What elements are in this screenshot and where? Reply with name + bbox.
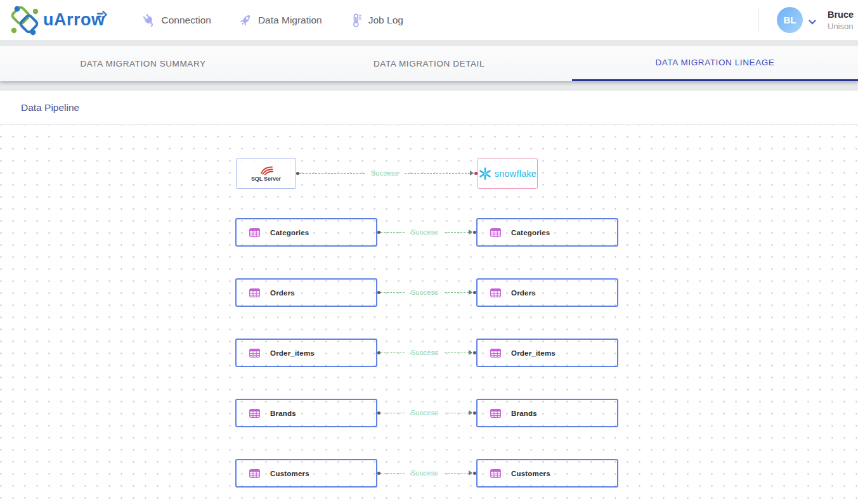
nav-item-job-log[interactable]: Job Log xyxy=(350,13,403,27)
edge-order-items: Success xyxy=(377,348,476,357)
header-divider xyxy=(758,8,759,32)
nav-label: Connection xyxy=(162,15,211,26)
table-node-source-order-items[interactable]: Order_items xyxy=(235,339,377,367)
nav-item-data-migration[interactable]: Data Migration xyxy=(239,13,322,27)
table-icon xyxy=(490,288,501,297)
edge-orders: Success xyxy=(377,288,476,297)
target-system-label: snowflake xyxy=(495,169,536,179)
edge-status-label: Success xyxy=(411,228,439,236)
edge-arrowhead-icon xyxy=(469,410,472,415)
edge-status-label: Success xyxy=(411,469,439,477)
table-node-label: Categories xyxy=(270,229,309,236)
edge-line xyxy=(445,413,469,413)
section-header: Data Pipeline xyxy=(0,91,858,125)
rocket-icon xyxy=(239,13,252,27)
app-logo: uArrow xyxy=(9,4,105,36)
table-node-label: Order_items xyxy=(511,349,556,357)
header-user-area: BL Bruce Unison xyxy=(758,7,858,33)
edge-line xyxy=(380,413,405,413)
edge-line xyxy=(445,473,469,474)
table-node-source-customers[interactable]: Customers xyxy=(235,459,377,488)
table-node-label: Brands xyxy=(511,410,537,417)
table-icon xyxy=(490,228,501,237)
edge-line xyxy=(445,232,469,233)
table-icon xyxy=(249,409,260,418)
target-system-node-snowflake[interactable]: snowflake xyxy=(478,158,538,189)
edge-arrowhead-icon xyxy=(469,290,472,295)
header-separator xyxy=(0,40,858,46)
edge-categories: Success xyxy=(377,228,476,236)
edge-arrowhead-icon xyxy=(469,350,472,355)
table-node-label: Customers xyxy=(511,470,550,477)
user-org: Unison xyxy=(828,22,858,31)
edge-arrowhead-icon xyxy=(469,470,472,475)
edge-line xyxy=(380,292,405,293)
edge-line xyxy=(380,473,405,474)
chevron-down-icon[interactable] xyxy=(809,20,816,25)
snowflake-logo-icon xyxy=(479,167,491,180)
page-title: Data Pipeline xyxy=(21,102,79,113)
tab-data-migration-lineage[interactable]: DATA MIGRATION LINEAGE xyxy=(572,46,858,81)
edge-system: Success xyxy=(296,169,478,178)
nav-item-connection[interactable]: Connection xyxy=(142,13,211,27)
table-node-label: Order_items xyxy=(270,349,315,357)
logo-arrow-icon xyxy=(97,4,108,23)
avatar[interactable]: BL xyxy=(777,7,803,33)
table-node-source-brands[interactable]: Brands xyxy=(235,399,377,427)
table-node-label: Brands xyxy=(270,410,296,417)
edge-status-label: Success xyxy=(411,349,439,356)
tab-data-migration-summary[interactable]: DATA MIGRATION SUMMARY xyxy=(0,46,286,81)
edge-status-label: Success xyxy=(411,288,439,296)
tab-separator xyxy=(0,81,858,91)
table-node-label: Orders xyxy=(511,289,536,297)
table-node-source-orders[interactable]: Orders xyxy=(235,278,377,307)
table-node-source-categories[interactable]: Categories xyxy=(235,218,377,247)
edge-line xyxy=(299,173,365,174)
table-icon xyxy=(249,228,260,237)
logo-text: uArrow xyxy=(43,10,105,30)
main-nav: Connection Data Migration xyxy=(142,13,403,27)
table-icon xyxy=(490,349,501,358)
table-node-target-categories[interactable]: Categories xyxy=(476,218,618,247)
source-system-label: SQL Server xyxy=(251,176,281,182)
edge-line xyxy=(380,352,405,353)
edge-line xyxy=(380,232,405,233)
user-info: Bruce Unison xyxy=(828,10,858,31)
edge-arrowhead-icon xyxy=(469,229,472,235)
tab-data-migration-detail[interactable]: DATA MIGRATION DETAIL xyxy=(286,46,572,81)
tab-bar: DATA MIGRATION SUMMARY DATA MIGRATION DE… xyxy=(0,46,858,81)
edge-line xyxy=(445,352,469,353)
table-node-target-order-items[interactable]: Order_items xyxy=(476,339,618,367)
app-header: uArrow Connection xyxy=(0,0,858,40)
edge-line xyxy=(445,292,469,293)
edge-line xyxy=(405,173,470,174)
nav-label: Job Log xyxy=(368,15,403,26)
source-system-node-sqlserver[interactable]: SQL Server xyxy=(236,158,296,189)
edge-customers: Success xyxy=(377,468,476,477)
uarrow-logo-icon xyxy=(9,4,41,36)
table-icon xyxy=(490,469,501,478)
lineage-canvas[interactable]: SQL Server Success snowflake xyxy=(0,125,858,504)
table-node-target-customers[interactable]: Customers xyxy=(476,459,618,488)
table-node-target-brands[interactable]: Brands xyxy=(476,399,618,427)
thermometer-icon xyxy=(350,13,363,27)
table-node-target-orders[interactable]: Orders xyxy=(476,278,618,307)
sqlserver-logo-icon xyxy=(259,165,274,176)
nav-label: Data Migration xyxy=(258,15,322,26)
table-icon xyxy=(249,469,260,478)
edge-status-label: Success xyxy=(411,409,439,417)
edge-status-label: Success xyxy=(371,169,399,177)
table-icon xyxy=(490,409,501,418)
table-icon xyxy=(249,288,260,297)
table-node-label: Categories xyxy=(511,229,550,236)
table-node-label: Customers xyxy=(270,470,309,477)
edge-arrowhead-icon xyxy=(470,171,474,176)
plug-icon xyxy=(142,13,156,27)
user-name: Bruce xyxy=(828,10,858,20)
table-node-label: Orders xyxy=(270,289,295,297)
table-icon xyxy=(249,349,260,358)
edge-brands: Success xyxy=(377,408,476,417)
